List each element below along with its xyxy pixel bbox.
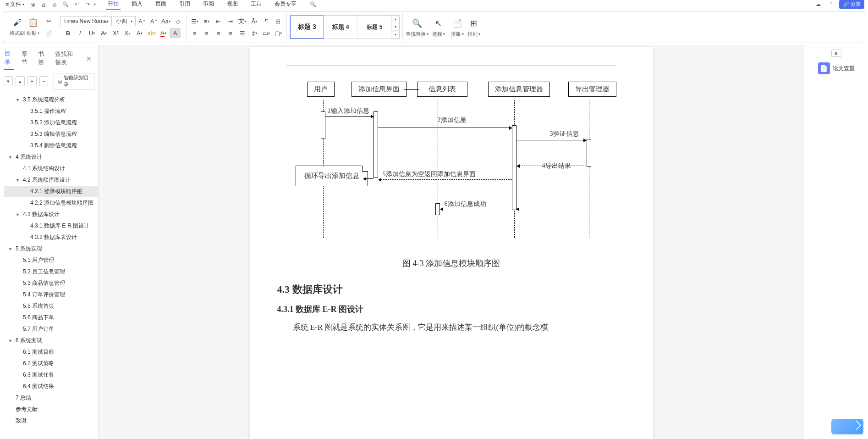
toc-item[interactable]: ▼6.1 测试目标: [4, 346, 98, 358]
font-family-select[interactable]: Times New Roma▾: [60, 16, 112, 26]
toc-item[interactable]: ▼5.7 用户订单: [4, 323, 98, 335]
document-canvas[interactable]: 用户 添加信息界面 信息列表 添加信息管理器 导出管理器: [99, 45, 804, 439]
undo-icon[interactable]: ↶: [72, 0, 81, 9]
toc-item[interactable]: ▼4.3.1 数据库 E-R 图设计: [4, 220, 98, 232]
toc-item[interactable]: ▼3.5 系统流程分析: [4, 94, 98, 106]
select-btn[interactable]: 选择▾: [432, 31, 445, 38]
file-menu[interactable]: ≡ 文件 ▾: [4, 0, 26, 8]
line-spacing-icon[interactable]: ‡▾: [249, 28, 260, 38]
bold-icon[interactable]: B: [62, 28, 73, 38]
align-left-icon[interactable]: ≡: [189, 28, 200, 38]
increase-indent-icon[interactable]: ⇥: [225, 16, 236, 26]
layout-icon[interactable]: 📄: [451, 17, 464, 30]
toc-item[interactable]: ▼5.2 员工信息管理: [4, 266, 98, 278]
toc-item[interactable]: ▼3.5.3 编辑信息流程: [4, 128, 98, 140]
borders-icon[interactable]: ▢▾: [273, 28, 284, 38]
collapse-all-icon[interactable]: ▾: [4, 76, 13, 86]
tab-start[interactable]: 开始: [106, 0, 121, 10]
paste-btn[interactable]: 粘贴▾: [27, 30, 39, 37]
char-shading-icon[interactable]: A: [170, 28, 181, 38]
bullet-list-icon[interactable]: ☰▾: [189, 16, 200, 26]
show-marks-icon[interactable]: ¶: [261, 16, 272, 26]
tab-page[interactable]: 页面: [154, 0, 168, 10]
nav-tab-toc[interactable]: 目录: [4, 48, 14, 70]
toc-item[interactable]: ▼5.1 用户管理: [4, 255, 98, 266]
text-direction-icon[interactable]: 文▾: [237, 16, 248, 26]
cloud-icon[interactable]: ☁: [813, 0, 823, 9]
zoom-icon[interactable]: 🔍: [61, 0, 70, 9]
style-heading4[interactable]: 标题 4: [324, 16, 358, 39]
toc-item[interactable]: ▼7 总结: [4, 392, 98, 404]
share-button[interactable]: 🔗 分享: [839, 0, 864, 9]
print-icon[interactable]: 🖨: [39, 0, 48, 9]
toc-item[interactable]: ▼参考文献: [4, 404, 98, 415]
toc-caret-icon[interactable]: ▼: [8, 247, 14, 251]
underline-icon[interactable]: U▾: [86, 28, 97, 38]
nav-tab-find[interactable]: 查找和替换: [54, 48, 77, 69]
nav-tab-bookmark[interactable]: 书签: [37, 48, 48, 69]
tab-view[interactable]: 视图: [225, 0, 240, 10]
toc-item[interactable]: ▼5.4 订单评价管理: [4, 289, 98, 300]
paper-check-button[interactable]: 📄 论文查重: [814, 61, 858, 76]
tab-reference[interactable]: 引用: [177, 0, 192, 10]
toc-caret-icon[interactable]: ▼: [16, 178, 21, 183]
paste-icon[interactable]: 📋: [27, 16, 39, 29]
align-right-icon[interactable]: ≡: [213, 28, 224, 38]
superscript-icon[interactable]: X²: [110, 28, 121, 38]
tab-insert[interactable]: 插入: [130, 0, 144, 10]
toc-item[interactable]: ▼5.5 系统首页: [4, 300, 98, 312]
distribute-icon[interactable]: ☰: [237, 28, 248, 38]
toc-item[interactable]: ▼5.3 商品信息管理: [4, 278, 98, 289]
copy-icon[interactable]: 📄: [43, 28, 54, 38]
toc-item[interactable]: ▼6.2 测试策略: [4, 358, 98, 369]
style-heading5[interactable]: 标题 5: [358, 16, 392, 39]
align-center-icon[interactable]: ≡: [201, 28, 212, 38]
style-expand[interactable]: ▾: [392, 31, 399, 39]
toc-item[interactable]: ▼4.1 系统结构设计: [4, 163, 98, 174]
toc-item[interactable]: ▼6.4 测试结果: [4, 381, 98, 392]
smart-toc-button[interactable]: ◎ 智能识别目录: [54, 73, 94, 89]
toc-item[interactable]: ▼4 系统设计: [4, 151, 98, 163]
select-icon[interactable]: ↖: [432, 17, 445, 30]
redo-icon[interactable]: ↷: [83, 0, 92, 9]
toc-item[interactable]: ▼5 系统实现: [4, 243, 98, 255]
arrange-icon[interactable]: ⊞: [467, 17, 480, 30]
toc-item[interactable]: ▼6 系统测试: [4, 335, 98, 346]
toc-item[interactable]: ▼4.2.1 登录模块顺序图: [4, 186, 98, 197]
find-replace-icon[interactable]: 🔍: [411, 17, 423, 30]
italic-icon[interactable]: I: [74, 28, 85, 38]
highlight-icon[interactable]: ab▾: [146, 28, 157, 38]
nav-close-icon[interactable]: ✕: [83, 54, 94, 63]
save-icon[interactable]: 🖫: [28, 0, 37, 9]
change-case-icon[interactable]: Aa▾: [160, 16, 171, 26]
toc-caret-icon[interactable]: ▼: [16, 212, 21, 217]
style-scroll-up[interactable]: ▴: [392, 16, 399, 23]
font-size-select[interactable]: 小四▾: [113, 16, 136, 26]
toc-item[interactable]: ▼4.2.2 添加信息模块顺序图: [4, 197, 98, 209]
toc-caret-icon[interactable]: ▼: [8, 155, 14, 160]
remove-item-icon[interactable]: −: [39, 76, 49, 86]
increase-font-icon[interactable]: A⁺: [137, 16, 148, 26]
expand-all-icon[interactable]: ▴: [16, 76, 25, 86]
toc-item[interactable]: ▼5.6 商品下单: [4, 312, 98, 323]
toc-item[interactable]: ▼3.5.4 删除信息流程: [4, 140, 98, 151]
arrange-btn[interactable]: 排列▾: [467, 31, 480, 38]
sidebar-toggle-icon[interactable]: ≡: [831, 50, 841, 57]
search-icon[interactable]: 🔍: [308, 0, 318, 9]
text-effects-icon[interactable]: A▾: [134, 28, 145, 38]
strikethrough-icon[interactable]: A̶▾: [98, 28, 109, 38]
tab-tools[interactable]: 工具: [249, 0, 264, 10]
font-color-icon[interactable]: A▾: [158, 28, 169, 38]
toc-caret-icon[interactable]: ▼: [16, 98, 21, 102]
print-preview-icon[interactable]: ⎙: [50, 0, 59, 9]
numbered-list-icon[interactable]: ≡▾: [201, 16, 212, 26]
tab-member[interactable]: 会员专享: [273, 0, 298, 10]
subscript-icon[interactable]: X₂: [122, 28, 133, 38]
toc-item[interactable]: ▼4.3.2 数据库表设计: [4, 232, 98, 243]
toc-item[interactable]: ▼6.3 测试任务: [4, 369, 98, 381]
cut-icon[interactable]: ✂: [43, 16, 54, 26]
toc-item[interactable]: ▼3.5.2 添加信息流程: [4, 117, 98, 128]
format-painter-icon[interactable]: 🖌: [11, 16, 24, 29]
clear-format-icon[interactable]: ◇: [172, 16, 183, 26]
sort-icon[interactable]: Ā▾: [249, 16, 260, 26]
